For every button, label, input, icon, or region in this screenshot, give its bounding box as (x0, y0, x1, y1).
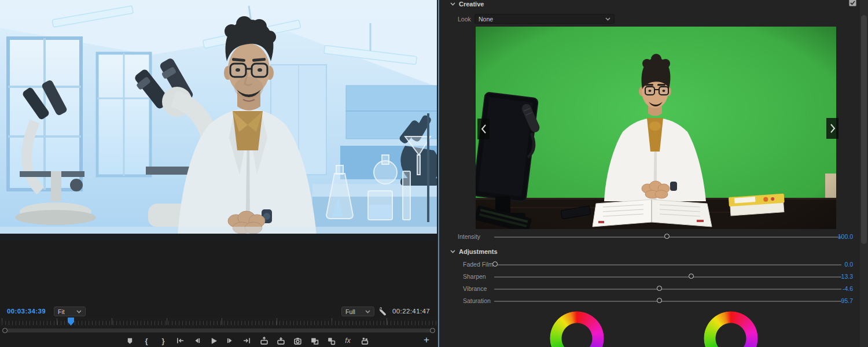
chevron-right-icon (830, 123, 836, 134)
panel-focus-border (438, 0, 439, 347)
panel-scrollbar[interactable] (860, 0, 868, 347)
sharpen-slider-row: Sharpen 13.3 (437, 272, 868, 280)
current-timecode: 00:03:34:39 (7, 308, 46, 315)
monitor-zoom-scrollbar[interactable] (0, 327, 437, 334)
mark-in-button[interactable]: { (142, 336, 151, 345)
vibrance-label: Vibrance (463, 285, 487, 292)
vibrance-slider-row: Vibrance -4.6 (437, 285, 868, 293)
sharpen-value[interactable]: 13.3 (830, 273, 853, 280)
intensity-label: Intensity (458, 233, 480, 240)
scrollbar-left-handle[interactable] (2, 328, 8, 333)
proxies-toggle-button[interactable] (360, 336, 369, 345)
panel-scrollbar-thumb[interactable] (861, 15, 867, 244)
tint-color-wheel-left[interactable] (550, 311, 604, 347)
extract-button[interactable] (276, 336, 285, 345)
faded-film-value[interactable]: 0.0 (830, 261, 853, 268)
creative-section-header[interactable]: Creative (450, 1, 484, 8)
look-select[interactable]: None (475, 14, 615, 24)
faded-film-label: Faded Film (463, 261, 494, 268)
premiere-workspace: 00:03:34:39 Fit Full 00:22:41:47 (0, 0, 868, 347)
multi-camera-view-button[interactable] (326, 336, 336, 345)
adjustments-section-header[interactable]: Adjustments (450, 248, 498, 255)
chevron-down-icon (450, 2, 455, 6)
look-label: Look (458, 16, 471, 23)
look-prev-arrow[interactable] (477, 119, 490, 139)
creative-section-label: Creative (459, 1, 484, 8)
chevron-down-icon (605, 17, 610, 21)
tint-color-wheel-right[interactable] (704, 311, 758, 347)
transport-controls: { } (125, 334, 369, 347)
chevron-down-icon (76, 310, 82, 313)
monitor-time-ruler[interactable] (0, 318, 437, 327)
play-button[interactable] (209, 336, 218, 345)
faded-film-slider-row: Faded Film 0.0 (437, 260, 868, 268)
add-marker-button[interactable] (125, 336, 134, 345)
greenscreen-scene (476, 27, 836, 229)
look-preview-thumbnail[interactable] (476, 27, 836, 229)
intensity-slider-row: Intensity 100.0 (437, 232, 868, 241)
comparison-view-button[interactable] (310, 336, 319, 345)
global-fx-mute-button[interactable]: fx (343, 336, 352, 345)
playback-resolution-select[interactable]: Full (341, 307, 374, 316)
saturation-slider-row: Saturation 95.7 (437, 297, 868, 305)
adjustments-section-label: Adjustments (459, 248, 498, 255)
lumetri-color-panel: Creative Look None (437, 0, 868, 347)
zoom-level-select[interactable]: Fit (54, 307, 86, 316)
creative-enable-checkbox[interactable] (849, 0, 856, 6)
intensity-slider-track[interactable] (494, 237, 841, 238)
vibrance-slider-track[interactable] (494, 289, 841, 290)
faded-film-slider-handle[interactable] (492, 261, 498, 267)
step-forward-button[interactable] (226, 336, 235, 345)
vibrance-slider-handle[interactable] (657, 286, 662, 291)
scrollbar-track[interactable] (6, 328, 431, 333)
export-frame-button[interactable] (293, 336, 302, 345)
mark-out-button[interactable]: } (159, 336, 168, 345)
monitor-status-bar: 00:03:34:39 Fit Full 00:22:41:47 (0, 305, 437, 317)
intensity-value[interactable]: 100.0 (830, 233, 853, 240)
faded-film-slider-track[interactable] (494, 264, 841, 265)
sharpen-label: Sharpen (463, 273, 486, 280)
ruler-minor-ticks (2, 321, 437, 325)
saturation-slider-handle[interactable] (657, 298, 662, 303)
chevron-left-icon (481, 124, 487, 134)
look-next-arrow[interactable] (826, 118, 838, 139)
settings-wrench-icon[interactable] (378, 307, 389, 316)
button-editor-plus[interactable]: + (421, 334, 432, 346)
saturation-label: Saturation (463, 297, 491, 304)
sharpen-slider-track[interactable] (494, 276, 841, 278)
step-back-button[interactable] (192, 336, 201, 345)
go-to-in-button[interactable] (175, 336, 185, 345)
chevron-down-icon (365, 310, 370, 313)
sharpen-slider-handle[interactable] (689, 274, 694, 279)
lift-button[interactable] (259, 336, 269, 345)
intensity-slider-handle[interactable] (664, 234, 670, 239)
saturation-value[interactable]: 95.7 (830, 297, 853, 304)
check-icon (850, 1, 855, 5)
program-video-frame (0, 0, 437, 242)
duration-timecode: 00:22:41:47 (392, 308, 430, 315)
program-monitor-panel: 00:03:34:39 Fit Full 00:22:41:47 (0, 0, 437, 347)
lab-scene-graded (0, 0, 437, 242)
scrollbar-right-handle[interactable] (430, 328, 435, 333)
chevron-down-icon (450, 250, 455, 253)
saturation-slider-track[interactable] (494, 301, 841, 302)
vibrance-value[interactable]: -4.6 (830, 285, 853, 292)
go-to-out-button[interactable] (242, 336, 252, 345)
look-row: Look None (437, 14, 868, 24)
